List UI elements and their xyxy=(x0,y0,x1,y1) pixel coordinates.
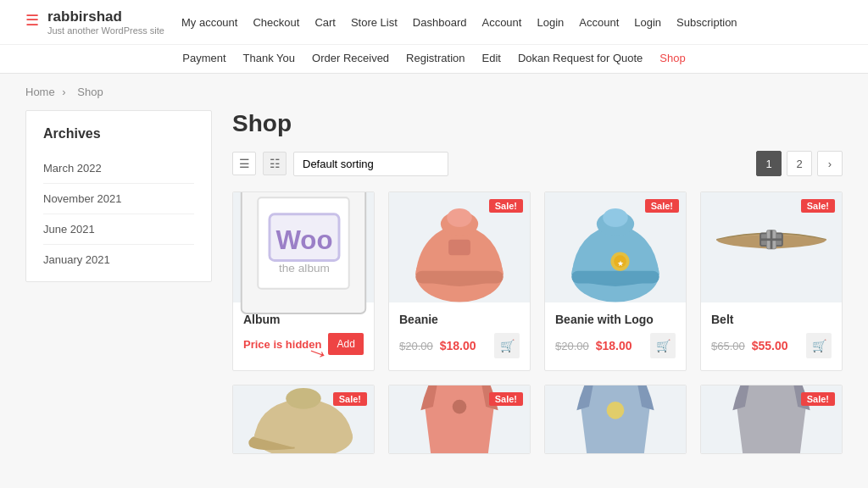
site-tagline: Just another WordPress site xyxy=(47,25,164,36)
beanie-cart-button[interactable]: 🛒 xyxy=(494,333,520,358)
album-add-button[interactable]: Add xyxy=(328,333,363,355)
beanie-logo-new-price: $18.00 xyxy=(596,339,632,352)
beanie-logo-cart-button[interactable]: 🛒 xyxy=(650,333,676,358)
svg-rect-7 xyxy=(448,240,470,255)
hoodie3-image-wrap: Sale! xyxy=(701,385,842,453)
product-hoodie2[interactable] xyxy=(544,385,687,454)
beanie-old-price: $20.00 xyxy=(399,340,433,352)
cap-image-wrap: Sale! xyxy=(233,385,374,453)
toolbar-left: ☰ ☷ Default sorting Sort by popularity S… xyxy=(232,152,448,176)
beanie-logo-sale-badge: Sale! xyxy=(645,199,679,213)
sort-select[interactable]: Default sorting Sort by popularity Sort … xyxy=(293,152,448,176)
nav-cart[interactable]: Cart xyxy=(314,16,336,29)
nav-login-1[interactable]: Login xyxy=(537,16,564,29)
shop-toolbar: ☰ ☷ Default sorting Sort by popularity S… xyxy=(232,151,843,176)
breadcrumb-current: Shop xyxy=(77,86,103,98)
nav-registration[interactable]: Registration xyxy=(406,52,465,64)
svg-text:Woo: Woo xyxy=(275,225,332,255)
nav-dokan-quote[interactable]: Dokan Request for Quote xyxy=(518,52,643,64)
svg-point-13 xyxy=(603,208,628,227)
breadcrumb-home[interactable]: Home xyxy=(25,86,55,98)
shop-area: Shop ☰ ☷ Default sorting Sort by popular… xyxy=(232,110,843,454)
site-header: ☰ rabbirshad Just another WordPress site… xyxy=(0,0,868,74)
hoodie2-image xyxy=(545,385,686,454)
belt-sale-badge: Sale! xyxy=(801,199,835,213)
svg-rect-6 xyxy=(415,271,503,284)
archive-item-november[interactable]: November 2021 xyxy=(43,184,194,214)
archive-list: March 2022 November 2021 June 2021 Janua… xyxy=(43,153,194,266)
product-beanie-logo[interactable]: Sale! ★ Beanie with Logo xyxy=(544,191,687,371)
shop-title: Shop xyxy=(232,110,843,137)
nav-order-received[interactable]: Order Received xyxy=(312,52,389,64)
nav-store-list[interactable]: Store List xyxy=(351,16,398,29)
nav-account-1[interactable]: Account xyxy=(481,16,521,29)
product-beanie[interactable]: Sale! Beanie $20.00 $18. xyxy=(388,191,531,371)
page-1-button[interactable]: 1 xyxy=(756,151,782,176)
nav-payment[interactable]: Payment xyxy=(182,52,225,64)
archive-item-january[interactable]: January 2021 xyxy=(43,245,194,266)
album-price-hidden: Price is hidden xyxy=(243,338,321,351)
svg-text:the album: the album xyxy=(279,262,330,274)
product-grid-bottom: Sale! Sale! xyxy=(232,385,843,454)
cap-sale-badge: Sale! xyxy=(333,392,367,406)
hamburger-icon[interactable]: ☰ xyxy=(25,11,39,30)
page-next-button[interactable]: › xyxy=(817,151,843,176)
product-belt[interactable]: Sale! Belt $65.00 $55.00 xyxy=(700,191,843,371)
belt-new-price: $55.00 xyxy=(752,339,788,352)
archives-title: Archives xyxy=(43,126,194,141)
product-grid: Woo the album Album Price is hidden → Ad… xyxy=(232,191,843,371)
nav-shop[interactable]: Shop xyxy=(659,52,685,64)
beanie-image-wrap: Sale! xyxy=(389,192,530,302)
grid-view-button[interactable]: ☷ xyxy=(263,152,287,175)
beanie-logo-pricing: $20.00 $18.00 🛒 xyxy=(555,333,676,358)
album-pricing: Price is hidden → Add xyxy=(243,333,364,355)
beanie-sale-badge: Sale! xyxy=(489,199,523,213)
product-album[interactable]: Woo the album Album Price is hidden → Ad… xyxy=(232,191,375,371)
header-top: ☰ rabbirshad Just another WordPress site… xyxy=(0,0,868,44)
svg-text:★: ★ xyxy=(617,259,624,268)
breadcrumb: Home › Shop xyxy=(0,74,868,110)
nav-my-account[interactable]: My account xyxy=(181,16,237,29)
archive-item-march[interactable]: March 2022 xyxy=(43,153,194,184)
nav-account-2[interactable]: Account xyxy=(579,16,619,29)
archive-item-june[interactable]: June 2021 xyxy=(43,214,194,245)
sidebar: Archives March 2022 November 2021 June 2… xyxy=(25,110,212,454)
nav-checkout[interactable]: Checkout xyxy=(253,16,299,29)
nav-edit[interactable]: Edit xyxy=(481,52,500,64)
svg-point-22 xyxy=(286,388,321,409)
hoodie1-sale-badge: Sale! xyxy=(489,392,523,406)
primary-nav: My account Checkout Cart Store List Dash… xyxy=(181,16,843,29)
nav-login-2[interactable]: Login xyxy=(634,16,661,29)
secondary-nav: Payment Thank You Order Received Registr… xyxy=(0,44,868,73)
list-view-button[interactable]: ☰ xyxy=(232,152,256,175)
toolbar-right: 1 2 › xyxy=(756,151,843,176)
belt-old-price: $65.00 xyxy=(711,340,745,352)
album-image: Woo the album xyxy=(233,191,374,322)
nav-thank-you[interactable]: Thank You xyxy=(243,52,295,64)
beanie-new-price: $18.00 xyxy=(440,339,476,352)
product-hoodie1[interactable]: Sale! xyxy=(388,385,531,454)
beanie-pricing: $20.00 $18.00 🛒 xyxy=(399,333,520,358)
page-2-button[interactable]: 2 xyxy=(787,151,812,176)
product-hoodie3[interactable]: Sale! xyxy=(700,385,843,454)
hoodie1-image-wrap: Sale! xyxy=(389,385,530,453)
svg-point-9 xyxy=(447,208,472,227)
belt-cart-button[interactable]: 🛒 xyxy=(806,333,832,358)
nav-subscription[interactable]: Subscription xyxy=(676,16,737,29)
beanie-logo-image-wrap: Sale! ★ xyxy=(545,192,686,302)
beanie-logo-old-price: $20.00 xyxy=(555,340,589,352)
site-logo: ☰ rabbirshad Just another WordPress site xyxy=(25,8,164,36)
belt-pricing: $65.00 $55.00 🛒 xyxy=(711,333,832,358)
archives-widget: Archives March 2022 November 2021 June 2… xyxy=(25,110,212,282)
product-cap[interactable]: Sale! xyxy=(232,385,375,454)
hoodie3-sale-badge: Sale! xyxy=(801,392,835,406)
main-content: Archives March 2022 November 2021 June 2… xyxy=(0,110,868,480)
hoodie2-image-wrap xyxy=(545,385,686,453)
site-name: rabbirshad xyxy=(47,8,164,25)
svg-point-23 xyxy=(453,400,467,414)
nav-dashboard[interactable]: Dashboard xyxy=(413,16,467,29)
svg-point-24 xyxy=(607,402,625,419)
belt-image-wrap: Sale! xyxy=(701,192,842,302)
svg-rect-11 xyxy=(571,271,659,284)
album-image-wrap: Woo the album xyxy=(233,192,374,302)
